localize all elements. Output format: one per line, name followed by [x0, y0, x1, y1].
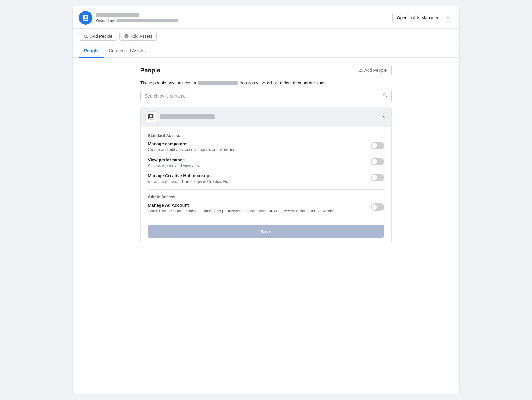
add-people-label: Add People [90, 34, 112, 39]
owned-by-label: Owned by: [96, 18, 115, 23]
standard-access-label: Standard Access [148, 133, 384, 138]
description-suffix: You can view, edit or delete their permi… [240, 80, 327, 85]
permission-manage-campaigns: Manage campaigns Create and edit ads, ac… [148, 141, 384, 152]
person-card-left [145, 111, 215, 122]
person-name-redacted [160, 114, 215, 119]
save-button[interactable]: Save [148, 225, 384, 238]
permission-manage-ad-account-info: Manage Ad Account Control ad account set… [148, 203, 364, 213]
description: These people have access to You can view… [140, 80, 392, 85]
creative-hub-toggle[interactable] [371, 174, 384, 181]
tab-connected-assets[interactable]: Connected Assets [104, 44, 151, 58]
permission-view-performance: View performance Access reports and view… [148, 157, 384, 168]
manage-campaigns-slider [371, 142, 384, 149]
chevron-up-icon [380, 114, 387, 120]
add-people-section-label: Add People [364, 68, 387, 73]
permission-creative-hub-name: Manage Creative Hub mockups [148, 173, 364, 178]
permission-manage-campaigns-desc: Create and edit ads, access reports and … [148, 147, 364, 152]
add-assets-label: Add Assets [131, 34, 152, 39]
permission-view-performance-info: View performance Access reports and view… [148, 157, 364, 168]
manage-ad-account-toggle[interactable] [371, 203, 384, 211]
add-assets-icon [124, 34, 129, 39]
header: Owned by: Open in Ads Manager [73, 6, 459, 29]
search-input[interactable] [140, 90, 392, 102]
open-ads-manager-button-group: Open in Ads Manager [392, 13, 453, 23]
add-assets-button[interactable]: Add Assets [119, 32, 157, 41]
account-name-redacted [96, 13, 139, 17]
account-icon [82, 14, 89, 21]
save-section: Save [141, 225, 391, 244]
section-title: People [140, 67, 160, 74]
permission-manage-ad-account: Manage Ad Account Control ad account set… [148, 203, 384, 213]
permission-view-performance-name: View performance [148, 157, 364, 162]
add-people-button[interactable]: Add People [79, 32, 117, 41]
chevron-down-icon [446, 16, 450, 19]
permission-creative-hub-info: Manage Creative Hub mockups View, create… [148, 173, 364, 184]
header-left: Owned by: [79, 11, 178, 25]
owned-by-row: Owned by: [96, 18, 178, 23]
search-icon [383, 93, 388, 99]
add-people-section-button[interactable]: Add People [353, 65, 392, 75]
person-card-header [141, 107, 391, 127]
description-account-redacted [198, 81, 238, 85]
header-right: Open in Ads Manager [392, 13, 453, 23]
description-prefix: These people have access to [140, 80, 196, 85]
main-content: People Add People These people have acce… [128, 58, 404, 252]
tab-people[interactable]: People [79, 44, 104, 58]
add-person-icon [358, 68, 363, 73]
permission-creative-hub: Manage Creative Hub mockups View, create… [148, 173, 384, 184]
admin-access-section: Admin Access Manage Ad Account Control a… [148, 189, 384, 213]
person-avatar [145, 111, 156, 122]
account-avatar [79, 11, 92, 25]
creative-hub-slider [371, 174, 384, 181]
permission-manage-ad-account-name: Manage Ad Account [148, 203, 364, 208]
manage-ad-account-slider [371, 203, 384, 211]
permission-creative-hub-desc: View, create and edit mockups in Creativ… [148, 179, 364, 184]
person-card-body: Standard Access Manage campaigns Create … [141, 127, 391, 225]
person-card: Standard Access Manage campaigns Create … [140, 107, 392, 244]
manage-campaigns-toggle[interactable] [371, 142, 384, 149]
toolbar: Add People Add Assets [73, 29, 459, 44]
permission-view-performance-desc: Access reports and view ads [148, 163, 364, 168]
header-info: Owned by: [96, 13, 178, 23]
permission-manage-campaigns-info: Manage campaigns Create and edit ads, ac… [148, 141, 364, 152]
section-header: People Add People [140, 65, 392, 75]
admin-access-label: Admin Access [148, 194, 384, 199]
open-ads-manager-button[interactable]: Open in Ads Manager [393, 13, 443, 23]
page-container: Owned by: Open in Ads Manager Add Peopl [73, 6, 459, 394]
add-people-icon [83, 34, 88, 39]
permission-manage-ad-account-desc: Control ad account settings, finances an… [148, 209, 364, 213]
view-performance-slider [371, 158, 384, 165]
permission-manage-campaigns-name: Manage campaigns [148, 141, 364, 146]
search-container [140, 90, 392, 102]
tabs: People Connected Assets [73, 44, 459, 58]
view-performance-toggle[interactable] [371, 158, 384, 165]
collapse-person-button[interactable] [380, 114, 387, 120]
owned-by-value-redacted [117, 19, 178, 22]
person-avatar-icon [148, 113, 154, 120]
open-ads-manager-dropdown-button[interactable] [443, 13, 453, 23]
